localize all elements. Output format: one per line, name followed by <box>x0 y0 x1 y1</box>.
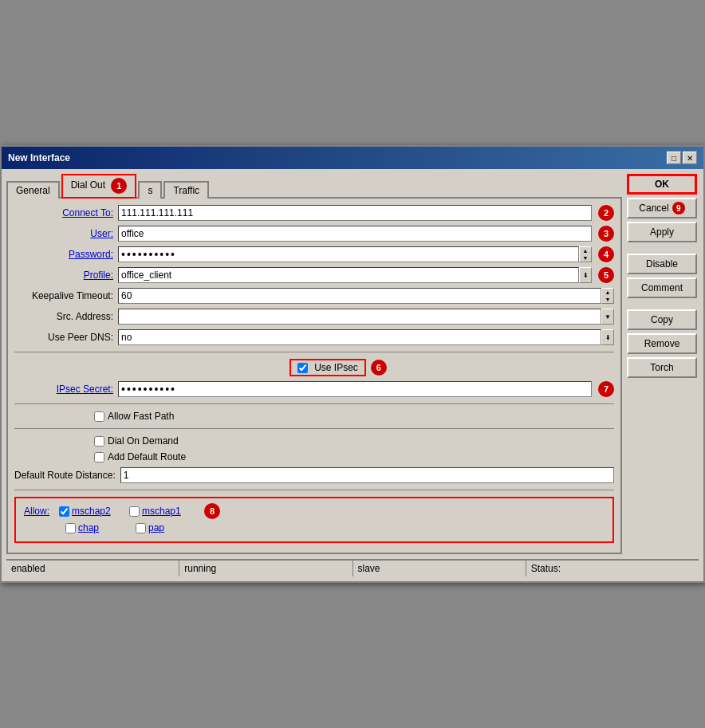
password-row: Password: ▲ ▼ 4 <box>14 246 614 262</box>
use-peer-dns-dropdown-button[interactable]: ⬇ <box>601 329 614 345</box>
profile-row: Profile: ⬇ 5 <box>14 267 614 283</box>
right-panel: OK Cancel 9 Apply Disable Comment Copy R… <box>627 174 699 554</box>
profile-label: Profile: <box>14 270 118 281</box>
password-spinner[interactable]: ▲ ▼ <box>579 246 592 262</box>
badge-1: 1 <box>111 178 127 194</box>
add-default-route-checkbox[interactable] <box>94 452 104 462</box>
add-default-route-row: Add Default Route <box>14 451 614 462</box>
title-bar-buttons: □ ✕ <box>667 152 697 164</box>
password-label: Password: <box>14 249 118 260</box>
keepalive-input[interactable] <box>118 288 601 304</box>
tab-bar: General Dial Out 1 s Traffic <box>6 174 622 199</box>
mschap1-checkbox[interactable] <box>129 506 140 517</box>
keepalive-label: Keepalive Timeout: <box>14 290 118 301</box>
tab-s[interactable]: s <box>138 181 162 199</box>
comment-button[interactable]: Comment <box>627 277 697 298</box>
mschap2-label: mschap2 <box>72 506 111 517</box>
pap-item: pap <box>136 522 199 533</box>
tab-content: Connect To: 2 User: 3 <box>6 197 622 554</box>
main-layout: General Dial Out 1 s Traffic <box>6 174 699 554</box>
src-address-row: Src. Address: ▼ <box>14 309 614 325</box>
spinner-up-icon[interactable]: ▲ <box>580 247 591 254</box>
use-ipsec-checkbox[interactable] <box>297 363 308 373</box>
profile-input[interactable] <box>118 267 579 283</box>
pap-label: pap <box>148 522 164 533</box>
apply-button[interactable]: Apply <box>627 222 697 242</box>
minimize-button[interactable]: □ <box>667 152 681 164</box>
tab-traffic[interactable]: Traffic <box>163 181 209 199</box>
allow-fast-path-checkbox[interactable] <box>94 411 104 422</box>
allow-section: Allow: mschap2 mschap1 8 <box>14 497 614 543</box>
close-button[interactable]: ✕ <box>683 152 697 164</box>
chap-label: chap <box>78 522 99 533</box>
badge-2: 2 <box>598 205 614 221</box>
ipsec-secret-input[interactable] <box>118 381 592 397</box>
use-peer-dns-label: Use Peer DNS: <box>14 332 118 343</box>
src-address-dropdown-button[interactable]: ▼ <box>601 309 614 325</box>
ipsec-secret-label: IPsec Secret: <box>14 384 118 395</box>
mschap2-checkbox[interactable] <box>59 506 69 517</box>
keepalive-row: Keepalive Timeout: ▲ ▼ <box>14 288 614 304</box>
default-route-distance-label: Default Route Distance: <box>14 470 120 481</box>
src-address-label: Src. Address: <box>14 311 118 322</box>
status-enabled: enabled <box>6 561 179 576</box>
use-ipsec-label: Use IPsec <box>314 362 358 373</box>
status-slave: slave <box>353 561 526 576</box>
badge-5: 5 <box>598 267 614 283</box>
ipsec-secret-row: IPsec Secret: 7 <box>14 381 614 397</box>
mschap2-item: mschap2 <box>59 506 123 517</box>
spinner-down-icon[interactable]: ▼ <box>580 254 591 262</box>
disable-button[interactable]: Disable <box>627 254 697 274</box>
status-label: Status: <box>526 561 699 576</box>
remove-button[interactable]: Remove <box>627 333 697 354</box>
allow-fast-path-row: Allow Fast Path <box>14 411 614 422</box>
default-route-distance-row: Default Route Distance: <box>14 467 614 483</box>
keepalive-spinner-up[interactable]: ▲ <box>602 289 613 296</box>
badge-7: 7 <box>598 381 614 397</box>
chap-item: chap <box>65 522 129 533</box>
cancel-button[interactable]: Cancel 9 <box>627 198 697 218</box>
badge-8: 8 <box>204 503 220 519</box>
default-route-distance-input[interactable] <box>120 467 614 483</box>
keepalive-spinner[interactable]: ▲ ▼ <box>601 288 614 304</box>
badge-6: 6 <box>371 360 387 376</box>
dial-on-demand-row: Dial On Demand <box>14 435 614 447</box>
left-panel: General Dial Out 1 s Traffic <box>6 174 622 554</box>
user-row: User: 3 <box>14 226 614 242</box>
status-running: running <box>179 561 352 576</box>
use-ipsec-box: Use IPsec <box>289 359 366 376</box>
connect-to-row: Connect To: 2 <box>14 205 614 221</box>
profile-dropdown-button[interactable]: ⬇ <box>579 267 592 283</box>
tab-general[interactable]: General <box>6 181 60 199</box>
chap-checkbox[interactable] <box>65 523 76 533</box>
connect-to-input[interactable] <box>118 205 592 221</box>
connect-to-label: Connect To: <box>14 207 118 218</box>
src-address-input[interactable] <box>118 309 601 325</box>
window-body: General Dial Out 1 s Traffic <box>2 169 703 581</box>
tab-dial-out[interactable]: Dial Out 1 <box>61 174 137 199</box>
dial-on-demand-checkbox[interactable] <box>94 436 104 447</box>
password-input[interactable] <box>118 246 579 262</box>
badge-9: 9 <box>672 202 685 214</box>
dial-on-demand-label: Dial On Demand <box>108 435 179 447</box>
add-default-route-label: Add Default Route <box>108 451 186 462</box>
use-peer-dns-row: Use Peer DNS: ⬇ <box>14 329 614 345</box>
keepalive-spinner-down[interactable]: ▼ <box>602 296 613 303</box>
new-interface-window: New Interface □ ✕ General Dial Out 1 <box>0 145 705 583</box>
pap-checkbox[interactable] <box>136 523 146 533</box>
copy-button[interactable]: Copy <box>627 309 697 330</box>
status-bar: enabled running slave Status: <box>6 559 699 576</box>
ok-button[interactable]: OK <box>627 174 697 195</box>
user-input[interactable] <box>118 226 592 242</box>
badge-3: 3 <box>598 226 614 242</box>
use-peer-dns-input[interactable] <box>118 329 601 345</box>
title-bar: New Interface □ ✕ <box>2 147 703 169</box>
allow-label: Allow: <box>24 506 49 517</box>
use-ipsec-row: Use IPsec 6 <box>62 359 614 376</box>
torch-button[interactable]: Torch <box>627 357 697 378</box>
badge-4: 4 <box>598 246 614 262</box>
mschap1-item: mschap1 <box>129 506 193 517</box>
allow-row-2: chap pap <box>24 522 605 533</box>
window-title: New Interface <box>8 152 70 163</box>
allow-fast-path-label: Allow Fast Path <box>108 411 174 422</box>
